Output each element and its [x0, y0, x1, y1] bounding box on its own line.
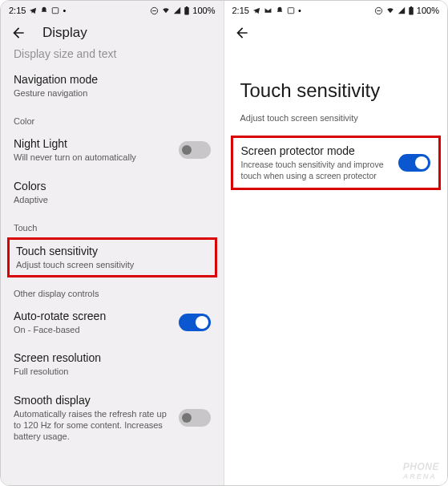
wifi-icon — [385, 6, 395, 14]
battery-icon — [408, 6, 414, 15]
autorotate-sub: On - Face-based — [14, 324, 171, 335]
battery-pct: 100% — [192, 6, 215, 15]
smooth-sub: Automatically raises the refresh rate up… — [14, 408, 171, 443]
signal-icon — [173, 6, 181, 14]
protector-toggle[interactable] — [398, 154, 430, 172]
wifi-icon — [161, 6, 171, 14]
autorotate-row[interactable]: Auto-rotate screen On - Face-based — [1, 302, 224, 343]
battery-pct: 100% — [417, 6, 439, 15]
touch-sub: Adjust touch screen sensitivity — [16, 259, 208, 270]
watermark: Phone Arena — [403, 461, 439, 480]
dnd-icon — [150, 6, 159, 15]
dot-icon: • — [63, 6, 66, 15]
autorotate-toggle[interactable] — [179, 314, 211, 331]
mail-icon — [264, 6, 272, 14]
smooth-toggle[interactable] — [179, 409, 211, 427]
telegram-icon — [29, 6, 37, 14]
night-light-toggle[interactable] — [179, 141, 211, 159]
night-light-row[interactable]: Night Light Will never turn on automatic… — [1, 129, 224, 171]
svg-rect-3 — [185, 7, 190, 14]
touch-sensitivity-row[interactable]: Touch sensitivity Adjust touch screen se… — [7, 237, 217, 277]
header-right — [224, 18, 448, 47]
page-desc: Adjust touch screen sensitivity — [224, 113, 448, 136]
back-button[interactable] — [234, 25, 250, 41]
screen-protector-row[interactable]: Screen protector mode Increase touch sen… — [231, 136, 442, 190]
watermark-line2: Arena — [403, 472, 439, 480]
colors-sub: Adaptive — [14, 194, 211, 205]
battery-icon — [184, 6, 190, 15]
night-light-sub: Will never turn on automatically — [14, 152, 171, 163]
resolution-sub: Full resolution — [14, 366, 211, 377]
telegram-icon — [252, 6, 260, 14]
night-light-title: Night Light — [14, 137, 171, 150]
colors-row[interactable]: Colors Adaptive — [1, 172, 224, 213]
status-time: 2:15 — [232, 6, 249, 15]
calendar-icon — [51, 6, 59, 14]
status-time: 2:15 — [9, 6, 26, 15]
section-touch: Touch — [1, 213, 224, 236]
header-left: Display — [1, 18, 224, 47]
page-title: Display — [42, 25, 87, 41]
section-other: Other display controls — [1, 279, 224, 302]
bell-icon — [276, 6, 284, 14]
svg-rect-0 — [53, 8, 59, 14]
dnd-icon — [374, 6, 383, 15]
smooth-row[interactable]: Smooth display Automatically raises the … — [1, 386, 224, 451]
colors-title: Colors — [14, 180, 211, 192]
svg-rect-9 — [410, 6, 412, 7]
svg-rect-4 — [186, 6, 188, 7]
status-bar-right: 2:15 • 100% — [224, 1, 448, 18]
phone-right: 2:15 • 100% Touch sensitivity Adjust tou… — [224, 1, 448, 485]
resolution-row[interactable]: Screen resolution Full resolution — [1, 343, 224, 385]
resolution-title: Screen resolution — [14, 351, 211, 364]
back-button[interactable] — [10, 25, 26, 41]
calendar-icon — [287, 6, 295, 14]
watermark-line1: Phone — [403, 461, 439, 472]
protector-title: Screen protector mode — [241, 144, 393, 157]
signal-icon — [398, 6, 406, 14]
dot-icon: • — [298, 6, 301, 15]
phone-left: 2:15 • 100% Display Display size and tex… — [1, 1, 224, 485]
smooth-title: Smooth display — [14, 394, 171, 407]
status-bar-left: 2:15 • 100% — [1, 1, 224, 18]
truncated-row[interactable]: Display size and text — [1, 47, 224, 65]
nav-mode-sub: Gesture navigation — [14, 87, 211, 99]
touch-title: Touch sensitivity — [16, 245, 208, 257]
svg-rect-8 — [409, 7, 414, 14]
nav-mode-row[interactable]: Navigation mode Gesture navigation — [1, 65, 224, 107]
svg-rect-5 — [288, 8, 294, 14]
nav-mode-title: Navigation mode — [14, 73, 211, 86]
page-title: Touch sensitivity — [224, 47, 448, 113]
autorotate-title: Auto-rotate screen — [14, 310, 171, 322]
protector-sub: Increase touch sensitivity and improve t… — [241, 160, 393, 181]
section-color: Color — [1, 107, 224, 129]
bell-icon — [40, 6, 48, 14]
